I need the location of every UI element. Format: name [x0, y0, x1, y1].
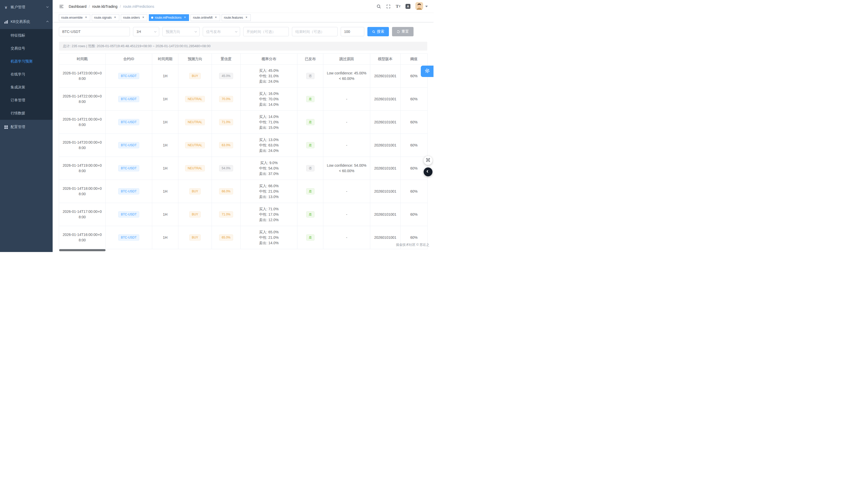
horizontal-scrollbar[interactable] [59, 249, 106, 251]
tab-label: route.mlPredictions [155, 16, 182, 20]
model-version-cell: 20260101001 [370, 180, 400, 203]
extension-command-button[interactable] [424, 156, 432, 165]
tab-online-ml[interactable]: route.onlineMl× [191, 14, 220, 21]
direction-tag: NEUTRAL [185, 142, 205, 148]
published-cell: 是 [297, 180, 323, 203]
col-model-version: 模型版本 [370, 54, 400, 65]
timestamp-cell: 2026-01-14T17:00:00+08:00 [59, 203, 106, 226]
header-actions: TT A [376, 2, 428, 11]
tab-orders[interactable]: route.orders× [121, 14, 148, 21]
search-button[interactable]: 搜索 [367, 27, 389, 36]
contract-cell: BTC-USDT [106, 157, 152, 180]
active-dot [151, 17, 153, 19]
close-icon[interactable]: × [245, 16, 248, 20]
user-menu[interactable] [415, 2, 428, 11]
published-cell: 是 [297, 203, 323, 226]
published-tag: 是 [306, 96, 314, 102]
timestamp-cell: 2026-01-14T16:00:00+08:00 [59, 226, 106, 249]
sidebar-item-features[interactable]: 特征指标 [0, 29, 53, 42]
caret-down-icon[interactable] [425, 6, 428, 7]
timestamp-cell: 2026-01-14T23:00:00+08:00 [59, 65, 106, 88]
tab-label: route.orders [123, 16, 140, 20]
timeframe-select[interactable] [133, 27, 159, 36]
extension-assistant-button[interactable] [424, 168, 432, 176]
model-version-cell: 20260101001 [370, 65, 400, 88]
direction-select[interactable] [162, 27, 200, 36]
app-root: ¥ 账户管理 KB交易系统 特征指标 交易信号 机器学习预测 在线学习 集成决策… [0, 0, 434, 252]
prob-sell: 卖出: 24.0% [243, 148, 295, 153]
close-icon[interactable]: × [183, 16, 187, 20]
timeframe-cell: 1H [152, 134, 178, 157]
timeframe-cell: 1H [152, 111, 178, 134]
contract-tag: BTC-USDT [118, 142, 139, 148]
threshold-cell: 60% [400, 203, 428, 226]
sidebar-item-orders[interactable]: 订单管理 [0, 94, 53, 107]
settings-panel-button[interactable] [421, 66, 434, 77]
probability-cell: 买入: 16.0%中性: 70.0%卖出: 14.0% [240, 88, 297, 111]
end-time-input[interactable] [292, 27, 338, 36]
confidence-tag: 66.0% [219, 188, 233, 194]
sidebar-item-kb-system[interactable]: KB交易系统 [0, 14, 53, 29]
search-icon[interactable] [376, 4, 381, 9]
sidebar-item-online-learning[interactable]: 在线学习 [0, 68, 53, 81]
direction-tag: NEUTRAL [185, 119, 205, 125]
tab-ensemble[interactable]: route.ensemble× [59, 14, 90, 21]
close-icon[interactable]: × [113, 16, 117, 20]
confidence-cell: 63.0% [212, 134, 240, 157]
sidebar-item-market-data[interactable]: 行情数据 [0, 107, 53, 120]
skip-reason-cell: - [323, 88, 370, 111]
probability-cell: 买入: 45.0%中性: 31.0%卖出: 24.0% [240, 65, 297, 88]
submenu-label: 特征指标 [11, 33, 25, 38]
reset-button-label: 重置 [402, 29, 409, 34]
direction-tag: BUY [189, 211, 201, 217]
timeframe-cell: 1H [152, 157, 178, 180]
close-icon[interactable]: × [141, 16, 145, 20]
prob-neutral: 中性: 21.0% [243, 189, 295, 194]
avatar[interactable] [415, 2, 423, 11]
tab-ml-predictions[interactable]: route.mlPredictions× [149, 14, 189, 21]
submenu-label: 交易信号 [11, 46, 25, 51]
hamburger-icon[interactable] [59, 4, 64, 9]
grid-icon [4, 125, 8, 129]
sidebar-item-config[interactable]: 配置管理 [0, 120, 53, 134]
chevron-up-icon [46, 20, 49, 24]
reset-button[interactable]: 重置 [392, 27, 414, 36]
publish-select[interactable] [203, 27, 240, 36]
tab-signals[interactable]: route.signals× [92, 14, 119, 21]
direction-cell: BUY [178, 203, 212, 226]
tags-view: route.ensemble× route.signals× route.ord… [53, 13, 434, 22]
close-icon[interactable]: × [84, 16, 88, 20]
start-time-input[interactable] [243, 27, 289, 36]
yen-icon: ¥ [4, 5, 8, 10]
probability-cell: 买入: 9.0%中性: 54.0%卖出: 37.0% [240, 157, 297, 180]
sidebar-item-signals[interactable]: 交易信号 [0, 42, 53, 55]
sidebar-item-ensemble[interactable]: 集成决策 [0, 81, 53, 94]
close-icon[interactable]: × [214, 16, 218, 20]
confidence-cell: 66.0% [212, 180, 240, 203]
contract-cell: BTC-USDT [106, 180, 152, 203]
col-skip-reason: 跳过原因 [323, 54, 370, 65]
timestamp-cell: 2026-01-14T19:00:00+08:00 [59, 157, 106, 180]
fullscreen-icon[interactable] [386, 4, 391, 9]
language-icon[interactable]: A [406, 4, 410, 9]
font-size-icon[interactable]: TT [396, 4, 400, 9]
contract-tag: BTC-USDT [118, 234, 139, 240]
prob-sell: 卖出: 12.0% [243, 217, 295, 223]
direction-tag: NEUTRAL [185, 165, 205, 171]
tab-features[interactable]: route.features× [222, 14, 251, 21]
col-timeframe: 时间周期 [152, 54, 178, 65]
sidebar-item-ml-predictions[interactable]: 机器学习预测 [0, 55, 53, 68]
chevron-down-icon [46, 5, 49, 9]
limit-input[interactable] [341, 27, 364, 36]
confidence-tag: 71.0% [219, 119, 233, 125]
tab-label: route.onlineMl [193, 16, 212, 20]
bar-chart-icon [4, 20, 8, 24]
table-header: 时间戳 合约ID 时间周期 预测方向 置信度 概率分布 已发布 跳过原因 模型版… [59, 54, 428, 65]
breadcrumb-item[interactable]: route.kbTrading [92, 4, 117, 9]
sidebar-item-account[interactable]: ¥ 账户管理 [0, 0, 53, 14]
breadcrumb-item[interactable]: Dashboard [69, 4, 87, 9]
tab-label: route.signals [94, 16, 112, 20]
table-row: 2026-01-14T20:00:00+08:00 BTC-USDT 1H NE… [59, 134, 428, 157]
symbol-input[interactable] [59, 27, 130, 36]
submenu-label: 机器学习预测 [11, 59, 32, 64]
